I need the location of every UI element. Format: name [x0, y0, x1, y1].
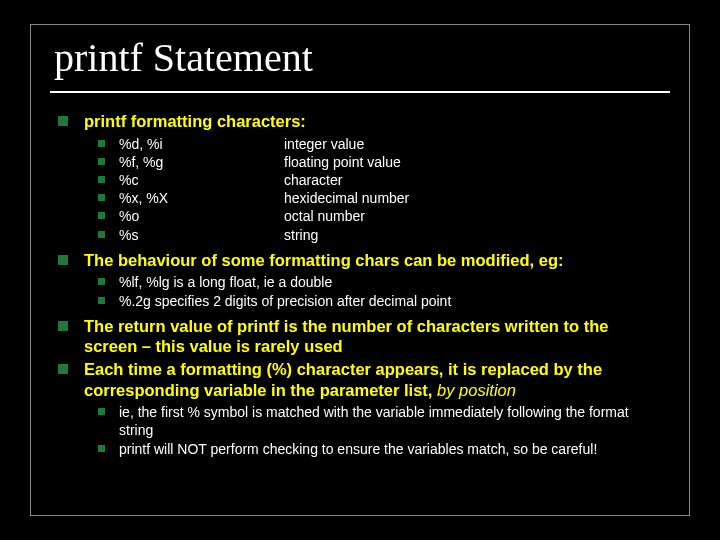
- section-heading: The behaviour of some formatting chars c…: [84, 250, 564, 271]
- sub-item-text: printf will NOT perform checking to ensu…: [119, 440, 597, 458]
- bullet-icon: [58, 321, 68, 331]
- format-spec: %x, %X: [119, 189, 284, 207]
- list-item: The return value of printf is the number…: [58, 316, 666, 357]
- bullet-icon: [98, 278, 105, 285]
- bullet-icon: [98, 297, 105, 304]
- list-item: %x, %Xhexidecimal number: [98, 189, 666, 207]
- list-item: printf will NOT perform checking to ensu…: [98, 440, 666, 458]
- bullet-list: printf formatting characters: %d, %iinte…: [58, 111, 666, 458]
- bullet-icon: [58, 364, 68, 374]
- bullet-icon: [98, 212, 105, 219]
- section-heading: The return value of printf is the number…: [84, 316, 666, 357]
- list-item: %ccharacter: [98, 171, 666, 189]
- list-item: %d, %iinteger value: [98, 135, 666, 153]
- bullet-icon: [58, 255, 68, 265]
- list-item: ie, the first % symbol is matched with t…: [98, 403, 666, 439]
- sub-list: ie, the first % symbol is matched with t…: [98, 403, 666, 458]
- list-item: %f, %gfloating point value: [98, 153, 666, 171]
- list-item: Each time a formatting (%) character app…: [58, 359, 666, 400]
- list-item: %lf, %lg is a long float, ie a double: [98, 273, 666, 291]
- title-rule: [50, 91, 670, 93]
- format-desc: integer value: [284, 135, 364, 153]
- list-item: The behaviour of some formatting chars c…: [58, 250, 666, 271]
- bullet-icon: [98, 194, 105, 201]
- list-item: printf formatting characters:: [58, 111, 666, 132]
- bullet-icon: [98, 445, 105, 452]
- format-desc: octal number: [284, 207, 365, 225]
- format-desc: character: [284, 171, 342, 189]
- format-desc: string: [284, 226, 318, 244]
- format-spec: %s: [119, 226, 284, 244]
- bullet-icon: [98, 158, 105, 165]
- slide-content: printf formatting characters: %d, %iinte…: [40, 111, 680, 458]
- format-spec: %d, %i: [119, 135, 284, 153]
- bullet-icon: [98, 231, 105, 238]
- sub-list: %d, %iinteger value %f, %gfloating point…: [98, 135, 666, 244]
- bullet-icon: [98, 408, 105, 415]
- section-heading: printf formatting characters:: [84, 111, 306, 132]
- sub-item-text: %lf, %lg is a long float, ie a double: [119, 273, 332, 291]
- bullet-icon: [58, 116, 68, 126]
- list-item: %.2g specifies 2 digits of precision aft…: [98, 292, 666, 310]
- section-heading: Each time a formatting (%) character app…: [84, 359, 666, 400]
- slide-title: printf Statement: [40, 30, 680, 91]
- format-spec: %o: [119, 207, 284, 225]
- format-spec: %c: [119, 171, 284, 189]
- sub-item-text: %.2g specifies 2 digits of precision aft…: [119, 292, 451, 310]
- sub-item-text: ie, the first % symbol is matched with t…: [119, 403, 666, 439]
- bullet-icon: [98, 176, 105, 183]
- bullet-icon: [98, 140, 105, 147]
- format-desc: hexidecimal number: [284, 189, 409, 207]
- slide: printf Statement printf formatting chara…: [0, 0, 720, 540]
- sub-list: %lf, %lg is a long float, ie a double %.…: [98, 273, 666, 309]
- format-spec: %f, %g: [119, 153, 284, 171]
- list-item: %ooctal number: [98, 207, 666, 225]
- list-item: %sstring: [98, 226, 666, 244]
- format-desc: floating point value: [284, 153, 401, 171]
